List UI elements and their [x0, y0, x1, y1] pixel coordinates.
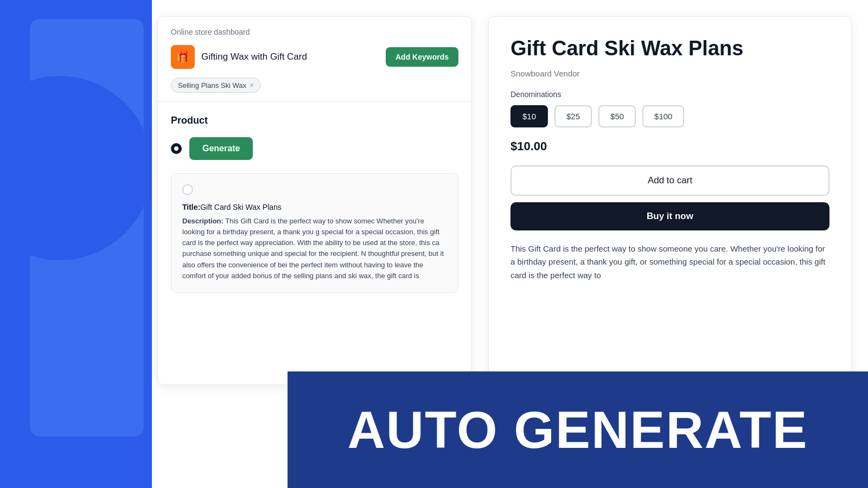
dashboard-panel: Online store dashboard 🎁 Gifting Wax wit… — [157, 16, 472, 385]
bottom-banner: AUTO GENERATE — [288, 371, 868, 488]
denominations-row: $10 $25 $50 $100 — [510, 105, 829, 127]
radio-unselected[interactable] — [182, 184, 193, 195]
denominations-label: Denominations — [510, 90, 829, 99]
content-description: Description: This Gift Card is the perfe… — [182, 216, 447, 281]
product-title: Gift Card Ski Wax Plans — [510, 36, 829, 61]
generate-row: Generate — [171, 137, 458, 160]
tag-label: Selling Plans Ski Wax — [178, 81, 246, 89]
content-card: Title:Gift Card Ski Wax Plans Descriptio… — [171, 173, 458, 293]
product-description: This Gift Card is the perfect way to sho… — [510, 242, 829, 282]
denom-50[interactable]: $50 — [598, 105, 636, 127]
desc-value: This Gift Card is the perfect way to sho… — [182, 217, 444, 280]
content-title: Title:Gift Card Ski Wax Plans — [182, 203, 447, 211]
add-to-cart-button[interactable]: Add to cart — [510, 165, 829, 196]
denom-100[interactable]: $100 — [642, 105, 684, 127]
dashboard-title: Online store dashboard — [171, 28, 458, 36]
tag-selling-plans: Selling Plans Ski Wax × — [171, 78, 261, 93]
banner-text: AUTO GENERATE — [347, 400, 808, 460]
product-panel: Gift Card Ski Wax Plans Snowboard Vendor… — [488, 16, 852, 385]
product-icon: 🎁 — [171, 45, 195, 69]
product-name: Gifting Wax with Gift Card — [201, 52, 379, 62]
denom-25[interactable]: $25 — [554, 105, 592, 127]
tag-close-icon[interactable]: × — [250, 81, 254, 89]
denom-10[interactable]: $10 — [510, 105, 548, 127]
dashboard-body: Product Generate Title:Gift Card Ski Wax… — [158, 102, 471, 306]
radio-inner — [174, 146, 178, 151]
dashboard-header: Online store dashboard 🎁 Gifting Wax wit… — [158, 17, 471, 102]
generate-button[interactable]: Generate — [189, 137, 253, 160]
product-price: $10.00 — [510, 139, 829, 153]
product-row: 🎁 Gifting Wax with Gift Card Add Keyword… — [171, 45, 458, 69]
desc-label: Description: — [182, 217, 224, 225]
add-keywords-button[interactable]: Add Keywords — [386, 47, 458, 67]
buy-now-button[interactable]: Buy it now — [510, 202, 829, 230]
section-label: Product — [171, 115, 458, 126]
vendor-name: Snowboard Vendor — [510, 69, 829, 78]
tag-container: Selling Plans Ski Wax × — [171, 78, 458, 93]
radio-selected[interactable] — [171, 143, 182, 154]
